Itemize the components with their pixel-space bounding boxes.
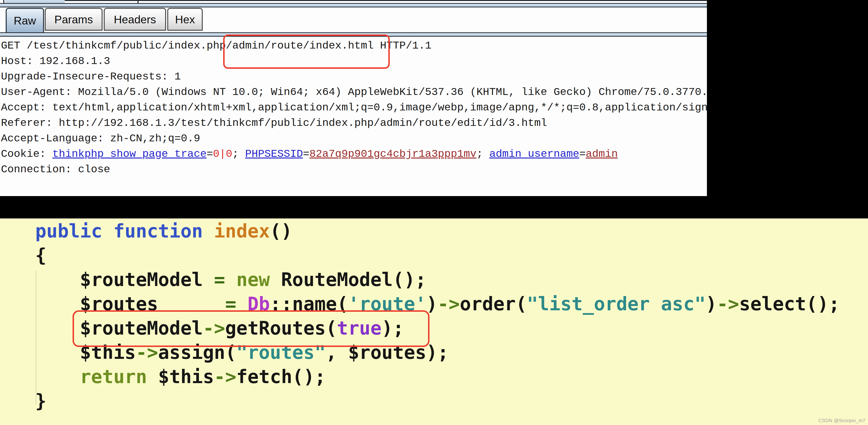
php-code-panel: public function index(){ $routeModel = n… bbox=[0, 218, 868, 425]
text-line: Accept-Language: zh-CN,zh;q=0.9 bbox=[1, 131, 707, 146]
panel-header-bar bbox=[0, 3, 707, 7]
outer-tab-divider bbox=[137, 0, 138, 3]
outer-tab-selected-partial[interactable] bbox=[5, 0, 65, 3]
text-line: Referer: http://192.168.1.3/test/thinkcm… bbox=[1, 115, 707, 131]
text-line: Connection: close bbox=[1, 162, 707, 177]
text-line: { bbox=[35, 243, 840, 268]
tab-headers[interactable]: Headers bbox=[104, 8, 166, 31]
text-line: Accept: text/html,application/xhtml+xml,… bbox=[1, 100, 707, 115]
text-line: Upgrade-Insecure-Requests: 1 bbox=[1, 69, 707, 85]
text-line: public function index() bbox=[35, 219, 840, 243]
text-line: } bbox=[35, 389, 840, 413]
text-line: Cookie: thinkphp_show_page_trace=0|0; PH… bbox=[1, 146, 707, 162]
csdn-watermark: CSDN @Scorpio_m7 bbox=[818, 418, 865, 423]
tab-params[interactable]: Params bbox=[45, 8, 102, 31]
message-editor-tab-row: Raw Params Headers Hex bbox=[0, 8, 707, 32]
outer-tab-strip-partial bbox=[0, 0, 707, 3]
http-request-panel: Raw Params Headers Hex GET /test/thinkcm… bbox=[0, 0, 707, 196]
tab-raw[interactable]: Raw bbox=[6, 8, 44, 32]
annotation-box-request-url bbox=[223, 34, 390, 69]
outer-tab-edge bbox=[0, 0, 4, 3]
text-line: User-Agent: Mozilla/5.0 (Windows NT 10.0… bbox=[1, 85, 707, 100]
outer-tab-unselected-partial[interactable] bbox=[65, 0, 707, 3]
annotation-box-getroutes-call bbox=[72, 310, 430, 347]
tab-hex[interactable]: Hex bbox=[167, 8, 203, 31]
text-line: return $this->fetch(); bbox=[35, 365, 840, 389]
text-line: $routeModel = new RouteModel(); bbox=[35, 268, 840, 292]
